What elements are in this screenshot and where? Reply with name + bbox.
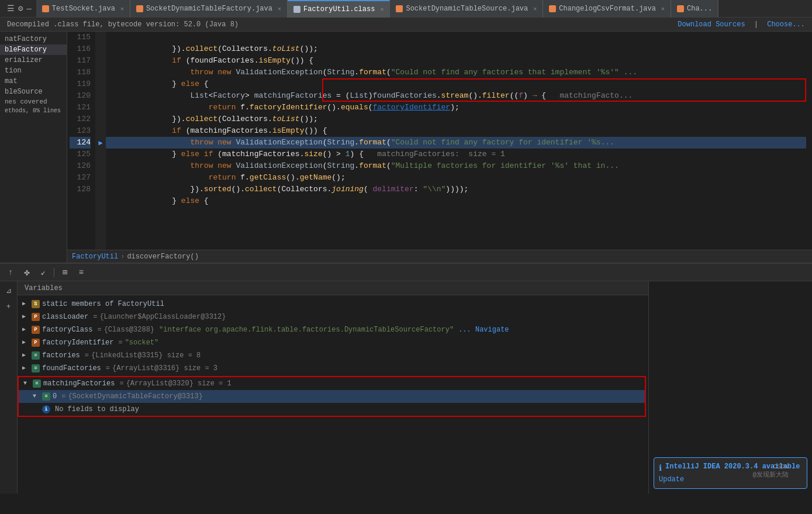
var-item-factoryclass[interactable]: ▶ P factoryClass = {Class@3288} "interfa… xyxy=(18,323,648,336)
tab-changelog-csv[interactable]: ChangelogCsvFormat.java ✕ xyxy=(543,0,671,18)
sidebar-item-methods[interactable]: ethods, 0% lines xyxy=(0,106,67,115)
left-sidebar: natFactory bleFactory erializer tion mat… xyxy=(0,32,67,263)
tab-close-icon[interactable]: ✕ xyxy=(278,5,281,12)
watermark-author: @发现新大陆 xyxy=(752,470,789,479)
var-item-factoryidentifier[interactable]: ▶ P factoryIdentifier = "socket" xyxy=(18,336,648,349)
expand-arrow[interactable]: ▶ xyxy=(22,362,29,375)
java-icon xyxy=(396,5,403,12)
sidebar-item-blesource[interactable]: bleSource xyxy=(0,87,67,97)
window-menu-icon[interactable]: ☰ xyxy=(7,4,15,13)
code-line-119: List<Factory> matchingFactories = (List)… xyxy=(106,78,806,90)
variables-panel: Variables ▶ S static members of FactoryU… xyxy=(18,281,648,494)
bottom-toolbar: ↑ ✤ ↙ ⊞ ≡ xyxy=(0,264,812,281)
line-numbers: 115 116 117 118 119 120 121 122 123 124 … xyxy=(67,32,95,263)
var-item-0-socket[interactable]: ▼ ≡ 0 = {SocketDynamicTableFactory@3313} xyxy=(19,390,645,403)
static-icon: S xyxy=(32,300,40,308)
tab-close-icon[interactable]: ✕ xyxy=(120,5,124,12)
obj-icon: P xyxy=(32,313,40,321)
tab-cha-more[interactable]: Cha... xyxy=(671,0,718,18)
code-area[interactable]: 115 116 117 118 119 120 121 122 123 124 … xyxy=(67,32,812,263)
main-area: natFactory bleFactory erializer tion mat… xyxy=(0,32,812,263)
var-item-no-fields: i No fields to display xyxy=(19,403,645,416)
tab-close-icon[interactable]: ✕ xyxy=(661,5,665,12)
matching-factories-red-box: ▼ ≡ matchingFactories = {ArrayList@3320}… xyxy=(18,376,646,417)
breadcrumb-part1: FactoryUtil xyxy=(72,253,118,261)
tab-bar: ☰ ⚙ — TestSocket.java ✕ SocketDynamicTab… xyxy=(0,0,812,18)
list-icon[interactable]: ≡ xyxy=(75,268,87,277)
breadcrumb-separator: › xyxy=(120,253,125,261)
sidebar-item-erializer[interactable]: erializer xyxy=(0,55,67,65)
gutter: ▶ xyxy=(95,32,106,263)
tab-close-icon[interactable]: ✕ xyxy=(533,5,537,12)
expand-arrow[interactable]: ▶ xyxy=(22,323,29,336)
obj-icon: P xyxy=(32,339,40,347)
field-icon: ≡ xyxy=(33,380,41,388)
var-item-static-members[interactable]: ▶ S static members of FactoryUtil xyxy=(18,298,648,311)
info-circle-icon: ℹ xyxy=(659,463,662,473)
sidebar-item-nescovered[interactable]: nes covered xyxy=(0,97,67,106)
watermark: CSDN @发现新大陆 xyxy=(752,463,789,479)
code-lines: }).collect(Collectors.toList()); if (fou… xyxy=(106,32,806,263)
tab-factory-util[interactable]: FactoryUtil.class ✕ xyxy=(288,0,390,18)
table-icon[interactable]: ⊞ xyxy=(59,267,71,277)
info-bar: Decompiled .class file, bytecode version… xyxy=(0,18,812,32)
tab-test-socket[interactable]: TestSocket.java ✕ xyxy=(36,0,130,18)
var-item-factories[interactable]: ▶ ≡ factories = {LinkedList@3315} size =… xyxy=(18,349,648,362)
sidebar-item-tion[interactable]: tion xyxy=(0,65,67,76)
var-item-matchingfactories[interactable]: ▼ ≡ matchingFactories = {ArrayList@3320}… xyxy=(19,377,645,390)
variables-header: Variables xyxy=(18,281,648,295)
sidebar-item-mat[interactable]: mat xyxy=(0,76,67,87)
var-item-classloader[interactable]: ▶ P classLoader = {Launcher$AppClassLoad… xyxy=(18,311,648,323)
watermark-csdn: CSDN xyxy=(752,463,789,470)
breadcrumb: FactoryUtil › discoverFactory() xyxy=(67,250,812,263)
breadcrumb-part2: discoverFactory() xyxy=(127,253,198,261)
tab-bar-left-icons: ☰ ⚙ — xyxy=(2,4,36,13)
download-sources-link[interactable]: Download Sources xyxy=(678,20,745,29)
toolbar-separator xyxy=(54,268,54,277)
settings-icon[interactable]: ⚙ xyxy=(18,4,23,13)
step-over-icon[interactable]: ✤ xyxy=(21,267,33,278)
info-bar-actions: Download Sources | Choose... xyxy=(678,20,805,29)
obj-icon: P xyxy=(32,326,40,334)
java-icon xyxy=(42,5,49,12)
bottom-left-sidebar: ⊿ + xyxy=(0,281,18,494)
expand-arrow[interactable]: ▶ xyxy=(22,298,29,311)
code-line-115: }).collect(Collectors.toList()); xyxy=(106,32,806,43)
step-into-icon[interactable]: ↙ xyxy=(37,267,49,277)
java-icon xyxy=(136,5,143,12)
expand-arrow[interactable]: ▶ xyxy=(22,349,29,362)
java-icon xyxy=(677,5,684,12)
tab-close-icon[interactable]: ✕ xyxy=(380,6,383,13)
filter-icon[interactable]: ⊿ xyxy=(2,284,16,298)
var-item-foundfactories[interactable]: ▶ ≡ foundFactories = {ArrayList@3316} si… xyxy=(18,362,648,375)
expand-arrow[interactable]: ▶ xyxy=(22,336,29,349)
class-icon xyxy=(293,6,300,13)
tab-socket-factory[interactable]: SocketDynamicTableFactory.java ✕ xyxy=(130,0,288,18)
expand-arrow[interactable]: ▶ xyxy=(22,311,29,323)
minimize-icon[interactable]: — xyxy=(26,4,31,13)
variables-list[interactable]: ▶ S static members of FactoryUtil ▶ P cl… xyxy=(18,295,648,494)
field-icon: ≡ xyxy=(32,351,40,360)
choose-link[interactable]: Choose... xyxy=(767,20,805,29)
bottom-content: ⊿ + Variables ▶ S static members of Fact… xyxy=(0,281,812,494)
bottom-right-panel: ℹ IntelliJ IDEA 2020.3.4 available Updat… xyxy=(648,281,812,494)
expand-arrow[interactable]: ▼ xyxy=(23,377,30,390)
bottom-right-spacer xyxy=(649,281,812,457)
add-icon[interactable]: + xyxy=(2,300,16,314)
sidebar-item-blefactory[interactable]: bleFactory xyxy=(0,44,67,55)
horizontal-scrollbar[interactable] xyxy=(806,32,812,263)
resume-icon[interactable]: ↑ xyxy=(5,268,16,277)
expand-arrow[interactable]: ▼ xyxy=(33,390,40,403)
sidebar-item-natfactory[interactable]: natFactory xyxy=(0,34,67,44)
decompile-info: Decompiled .class file, bytecode version… xyxy=(7,20,239,29)
info-icon: i xyxy=(42,405,50,413)
tab-socket-source[interactable]: SocketDynamicTableSource.java ✕ xyxy=(390,0,543,18)
field-icon: ≡ xyxy=(42,392,50,401)
java-icon xyxy=(549,5,556,12)
field-icon: ≡ xyxy=(32,364,40,372)
bottom-panel: ↑ ✤ ↙ ⊞ ≡ ⊿ + Variables ▶ S static membe… xyxy=(0,263,812,494)
